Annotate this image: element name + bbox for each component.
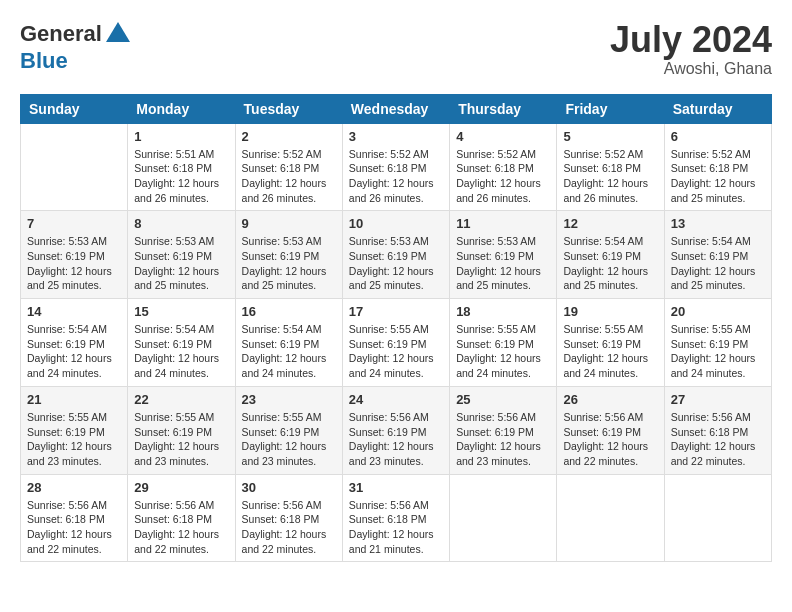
calendar-day-cell: 1Sunrise: 5:51 AMSunset: 6:18 PMDaylight…: [128, 123, 235, 211]
calendar-day-cell: 3Sunrise: 5:52 AMSunset: 6:18 PMDaylight…: [342, 123, 449, 211]
col-header-friday: Friday: [557, 94, 664, 123]
calendar-day-cell: 5Sunrise: 5:52 AMSunset: 6:18 PMDaylight…: [557, 123, 664, 211]
calendar-week-row: 28Sunrise: 5:56 AMSunset: 6:18 PMDayligh…: [21, 474, 772, 562]
day-number: 15: [134, 304, 228, 319]
calendar-day-cell: 18Sunrise: 5:55 AMSunset: 6:19 PMDayligh…: [450, 299, 557, 387]
day-info: Sunrise: 5:56 AMSunset: 6:19 PMDaylight:…: [349, 410, 443, 469]
calendar-day-cell: 19Sunrise: 5:55 AMSunset: 6:19 PMDayligh…: [557, 299, 664, 387]
col-header-sunday: Sunday: [21, 94, 128, 123]
calendar-day-cell: 25Sunrise: 5:56 AMSunset: 6:19 PMDayligh…: [450, 386, 557, 474]
day-info: Sunrise: 5:56 AMSunset: 6:18 PMDaylight:…: [134, 498, 228, 557]
svg-marker-0: [106, 22, 130, 42]
calendar-day-cell: 16Sunrise: 5:54 AMSunset: 6:19 PMDayligh…: [235, 299, 342, 387]
day-number: 28: [27, 480, 121, 495]
col-header-tuesday: Tuesday: [235, 94, 342, 123]
calendar-day-cell: [664, 474, 771, 562]
day-info: Sunrise: 5:56 AMSunset: 6:18 PMDaylight:…: [27, 498, 121, 557]
calendar-week-row: 14Sunrise: 5:54 AMSunset: 6:19 PMDayligh…: [21, 299, 772, 387]
day-number: 23: [242, 392, 336, 407]
calendar-day-cell: [21, 123, 128, 211]
day-info: Sunrise: 5:52 AMSunset: 6:18 PMDaylight:…: [349, 147, 443, 206]
calendar-day-cell: 4Sunrise: 5:52 AMSunset: 6:18 PMDaylight…: [450, 123, 557, 211]
day-number: 6: [671, 129, 765, 144]
day-number: 22: [134, 392, 228, 407]
calendar-day-cell: 10Sunrise: 5:53 AMSunset: 6:19 PMDayligh…: [342, 211, 449, 299]
day-number: 13: [671, 216, 765, 231]
day-info: Sunrise: 5:54 AMSunset: 6:19 PMDaylight:…: [671, 234, 765, 293]
day-info: Sunrise: 5:55 AMSunset: 6:19 PMDaylight:…: [27, 410, 121, 469]
calendar-day-cell: 7Sunrise: 5:53 AMSunset: 6:19 PMDaylight…: [21, 211, 128, 299]
day-number: 20: [671, 304, 765, 319]
logo-icon: [104, 20, 132, 48]
day-number: 3: [349, 129, 443, 144]
day-info: Sunrise: 5:55 AMSunset: 6:19 PMDaylight:…: [349, 322, 443, 381]
day-number: 24: [349, 392, 443, 407]
calendar-day-cell: 21Sunrise: 5:55 AMSunset: 6:19 PMDayligh…: [21, 386, 128, 474]
day-info: Sunrise: 5:54 AMSunset: 6:19 PMDaylight:…: [27, 322, 121, 381]
calendar-day-cell: 24Sunrise: 5:56 AMSunset: 6:19 PMDayligh…: [342, 386, 449, 474]
location-subtitle: Awoshi, Ghana: [610, 60, 772, 78]
day-info: Sunrise: 5:53 AMSunset: 6:19 PMDaylight:…: [27, 234, 121, 293]
calendar-week-row: 21Sunrise: 5:55 AMSunset: 6:19 PMDayligh…: [21, 386, 772, 474]
calendar-day-cell: 26Sunrise: 5:56 AMSunset: 6:19 PMDayligh…: [557, 386, 664, 474]
calendar-day-cell: 17Sunrise: 5:55 AMSunset: 6:19 PMDayligh…: [342, 299, 449, 387]
col-header-thursday: Thursday: [450, 94, 557, 123]
calendar-day-cell: 23Sunrise: 5:55 AMSunset: 6:19 PMDayligh…: [235, 386, 342, 474]
calendar-day-cell: 27Sunrise: 5:56 AMSunset: 6:18 PMDayligh…: [664, 386, 771, 474]
day-info: Sunrise: 5:56 AMSunset: 6:19 PMDaylight:…: [563, 410, 657, 469]
calendar-day-cell: 11Sunrise: 5:53 AMSunset: 6:19 PMDayligh…: [450, 211, 557, 299]
day-info: Sunrise: 5:56 AMSunset: 6:18 PMDaylight:…: [242, 498, 336, 557]
calendar-day-cell: 29Sunrise: 5:56 AMSunset: 6:18 PMDayligh…: [128, 474, 235, 562]
calendar-day-cell: 28Sunrise: 5:56 AMSunset: 6:18 PMDayligh…: [21, 474, 128, 562]
day-number: 5: [563, 129, 657, 144]
day-info: Sunrise: 5:55 AMSunset: 6:19 PMDaylight:…: [456, 322, 550, 381]
day-number: 10: [349, 216, 443, 231]
day-number: 11: [456, 216, 550, 231]
calendar-day-cell: 6Sunrise: 5:52 AMSunset: 6:18 PMDaylight…: [664, 123, 771, 211]
day-info: Sunrise: 5:52 AMSunset: 6:18 PMDaylight:…: [563, 147, 657, 206]
calendar-day-cell: 31Sunrise: 5:56 AMSunset: 6:18 PMDayligh…: [342, 474, 449, 562]
day-number: 1: [134, 129, 228, 144]
col-header-monday: Monday: [128, 94, 235, 123]
day-info: Sunrise: 5:54 AMSunset: 6:19 PMDaylight:…: [563, 234, 657, 293]
logo: General Blue: [20, 20, 132, 74]
day-info: Sunrise: 5:52 AMSunset: 6:18 PMDaylight:…: [242, 147, 336, 206]
day-number: 26: [563, 392, 657, 407]
day-info: Sunrise: 5:53 AMSunset: 6:19 PMDaylight:…: [349, 234, 443, 293]
calendar-day-cell: 9Sunrise: 5:53 AMSunset: 6:19 PMDaylight…: [235, 211, 342, 299]
day-info: Sunrise: 5:56 AMSunset: 6:19 PMDaylight:…: [456, 410, 550, 469]
day-number: 21: [27, 392, 121, 407]
day-number: 12: [563, 216, 657, 231]
day-info: Sunrise: 5:56 AMSunset: 6:18 PMDaylight:…: [671, 410, 765, 469]
day-number: 4: [456, 129, 550, 144]
calendar-day-cell: 22Sunrise: 5:55 AMSunset: 6:19 PMDayligh…: [128, 386, 235, 474]
calendar-day-cell: 2Sunrise: 5:52 AMSunset: 6:18 PMDaylight…: [235, 123, 342, 211]
logo-general-text: General: [20, 21, 102, 47]
day-number: 2: [242, 129, 336, 144]
day-info: Sunrise: 5:53 AMSunset: 6:19 PMDaylight:…: [242, 234, 336, 293]
day-number: 8: [134, 216, 228, 231]
day-number: 31: [349, 480, 443, 495]
day-number: 29: [134, 480, 228, 495]
day-number: 7: [27, 216, 121, 231]
calendar-header-row: SundayMondayTuesdayWednesdayThursdayFrid…: [21, 94, 772, 123]
day-number: 16: [242, 304, 336, 319]
logo-blue-text: Blue: [20, 48, 68, 74]
calendar-day-cell: 14Sunrise: 5:54 AMSunset: 6:19 PMDayligh…: [21, 299, 128, 387]
day-info: Sunrise: 5:54 AMSunset: 6:19 PMDaylight:…: [242, 322, 336, 381]
day-number: 25: [456, 392, 550, 407]
day-info: Sunrise: 5:53 AMSunset: 6:19 PMDaylight:…: [134, 234, 228, 293]
day-info: Sunrise: 5:55 AMSunset: 6:19 PMDaylight:…: [242, 410, 336, 469]
day-info: Sunrise: 5:55 AMSunset: 6:19 PMDaylight:…: [563, 322, 657, 381]
title-block: July 2024 Awoshi, Ghana: [610, 20, 772, 78]
page-header: General Blue July 2024 Awoshi, Ghana: [20, 20, 772, 78]
day-info: Sunrise: 5:52 AMSunset: 6:18 PMDaylight:…: [671, 147, 765, 206]
day-number: 17: [349, 304, 443, 319]
calendar-day-cell: 20Sunrise: 5:55 AMSunset: 6:19 PMDayligh…: [664, 299, 771, 387]
calendar-week-row: 7Sunrise: 5:53 AMSunset: 6:19 PMDaylight…: [21, 211, 772, 299]
calendar-week-row: 1Sunrise: 5:51 AMSunset: 6:18 PMDaylight…: [21, 123, 772, 211]
calendar-day-cell: 15Sunrise: 5:54 AMSunset: 6:19 PMDayligh…: [128, 299, 235, 387]
day-number: 9: [242, 216, 336, 231]
day-number: 30: [242, 480, 336, 495]
calendar-day-cell: 12Sunrise: 5:54 AMSunset: 6:19 PMDayligh…: [557, 211, 664, 299]
